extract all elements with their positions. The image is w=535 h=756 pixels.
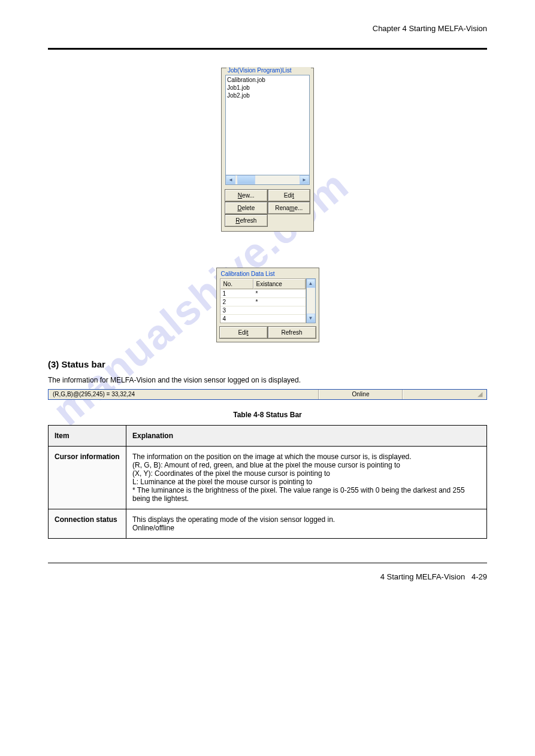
- resize-grip-icon[interactable]: ◢: [477, 390, 483, 398]
- job-list-legend: Job(Vision Program)List: [226, 67, 311, 74]
- calibration-table[interactable]: No. Existance 1 * 2 * 3: [220, 278, 306, 323]
- table-caption: Table 4-8 Status Bar: [48, 411, 487, 419]
- delete-button[interactable]: Delete: [225, 202, 267, 214]
- scroll-up-icon[interactable]: ▲: [307, 279, 315, 288]
- list-item[interactable]: Calibration.job: [227, 76, 308, 84]
- table-row[interactable]: 1 *: [220, 289, 306, 297]
- status-bar-table: Item Explanation Cursor information The …: [48, 425, 487, 539]
- edit-button[interactable]: Edit: [268, 190, 310, 201]
- table-header-item: Item: [49, 425, 126, 446]
- explanation-cell: The information on the position on the i…: [126, 446, 487, 509]
- new-button[interactable]: New...: [225, 190, 267, 201]
- table-row: Connection status This displays the oper…: [49, 509, 487, 538]
- list-item[interactable]: Job1.job: [227, 84, 308, 92]
- vertical-scrollbar[interactable]: ▲ ▼: [306, 278, 316, 323]
- status-grip-cell: ◢: [403, 390, 486, 399]
- explanation-cell: This displays the operating mode of the …: [126, 509, 487, 538]
- header-divider: [48, 48, 487, 50]
- scroll-thumb[interactable]: [237, 175, 255, 184]
- section-heading: (3) Status bar: [48, 359, 487, 369]
- horizontal-scrollbar[interactable]: ◄ ►: [225, 175, 310, 185]
- scroll-right-icon[interactable]: ►: [300, 175, 309, 184]
- column-header-no[interactable]: No.: [220, 279, 253, 289]
- header-chapter-title: Chapter 4 Starting MELFA-Vision: [48, 24, 487, 33]
- rename-button[interactable]: Rename...: [268, 202, 310, 214]
- calibration-legend: Calibration Data List: [220, 271, 316, 277]
- edit-button[interactable]: Edit: [220, 327, 267, 338]
- item-cell: Connection status: [49, 509, 126, 538]
- scroll-down-icon[interactable]: ▼: [307, 314, 315, 323]
- refresh-button[interactable]: Refresh: [225, 215, 267, 226]
- job-list-panel: Job(Vision Program)List Calibration.job …: [221, 68, 314, 232]
- table-row[interactable]: 3: [220, 306, 306, 314]
- scroll-track[interactable]: [235, 175, 300, 184]
- table-row: Cursor information The information on th…: [49, 446, 487, 509]
- table-row[interactable]: 4: [220, 314, 306, 323]
- scroll-track[interactable]: [307, 288, 315, 314]
- job-listbox[interactable]: Calibration.job Job1.job Job2.job: [225, 75, 310, 175]
- connection-status-cell: Online: [319, 390, 403, 399]
- table-header-explanation: Explanation: [126, 425, 487, 446]
- footer-chapter-title: 4 Starting MELFA-Vision 4-29: [48, 572, 487, 581]
- column-header-existence[interactable]: Existance: [253, 279, 306, 289]
- refresh-button[interactable]: Refresh: [268, 327, 316, 338]
- footer-divider: [48, 563, 487, 563]
- list-item[interactable]: Job2.job: [227, 92, 308, 99]
- item-cell: Cursor information: [49, 446, 126, 509]
- cursor-info-cell: (R,G,B)@(295,245) = 33,32,24: [49, 390, 319, 399]
- status-bar: (R,G,B)@(295,245) = 33,32,24 Online ◢: [48, 389, 487, 400]
- scroll-left-icon[interactable]: ◄: [226, 175, 235, 184]
- calibration-panel: Calibration Data List No. Existance 1 * …: [216, 268, 319, 342]
- section-description: The information for MELFA-Vision and the…: [48, 375, 487, 385]
- table-row[interactable]: 2 *: [220, 297, 306, 306]
